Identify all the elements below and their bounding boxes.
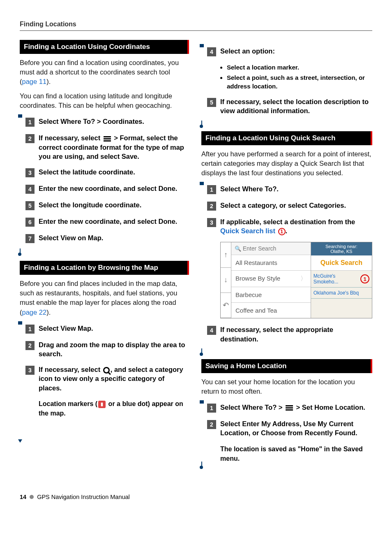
step-3: 3Select the latitude coordinate. (25, 167, 189, 177)
footer-dot-icon (30, 495, 34, 499)
search-input-mock: Enter Search (231, 242, 311, 255)
quick-search-item: Oklahoma Joe's Bbq (311, 288, 372, 299)
step-2: 2If necessary, select > Format, select t… (25, 133, 189, 161)
divider (20, 30, 372, 31)
up-arrow-icon: ↑ (221, 242, 231, 267)
step-4: 4Select an option: (207, 46, 372, 56)
step-6: 6Enter the new coordinate, and select Do… (25, 217, 189, 227)
list-item: Coffee and Tea (231, 303, 311, 318)
paragraph: You can find a location using latitude a… (20, 91, 189, 110)
screenshot-quick-search: ↑ ↓ ↶ Enter Search All Restaurants Brows… (220, 242, 372, 318)
page-footer: 14 GPS Navigation Instruction Manual (20, 494, 372, 500)
section-heading-browse-map: Finding a Location by Browsing the Map (20, 261, 189, 275)
step-2: 2Select a category, or select Categories… (207, 201, 372, 211)
step-7: 7Select View on Map. (25, 233, 189, 243)
bullet: Select a location marker. (227, 63, 372, 72)
callout-1-ring: 1 (360, 274, 369, 283)
step-3: 3If applicable, select a destination fro… (207, 217, 372, 236)
search-icon (103, 367, 110, 374)
section-heading-save-home: Saving a Home Location (201, 359, 372, 373)
section-heading-coordinates: Finding a Location Using Coordinates (20, 40, 189, 54)
step-2: 2Drag and zoom the map to display the ar… (25, 340, 189, 359)
link-page11[interactable]: page 11 (22, 78, 47, 85)
step-4: 4If necessary, select the appropriate de… (207, 325, 372, 343)
flow-continue-icon (18, 439, 22, 443)
step-1: 1Select Where To? > > Set Home Location. (207, 403, 372, 413)
step-5: 5Select the longitude coordinate. (25, 200, 189, 210)
callout-1-icon: 1 (278, 228, 286, 235)
section-heading-quick-search: Finding a Location Using Quick Search (201, 131, 372, 145)
list-item: All Restaurants (231, 255, 311, 271)
quick-search-item: McGuire's Smokeho...1 (311, 271, 372, 288)
list-item: Browse By Style〉 (231, 271, 311, 287)
down-arrow-icon: ↓ (221, 268, 231, 293)
quick-search-label: Quick Search (311, 255, 372, 271)
step-4: 4Enter the new coordinate, and select Do… (25, 184, 189, 194)
step-note: The location is saved as "Home" in the S… (220, 444, 372, 463)
paragraph: You can set your home location for the l… (201, 377, 372, 396)
step-3: 3If necessary, select , and select a cat… (25, 365, 189, 392)
manual-title: GPS Navigation Instruction Manual (37, 494, 130, 500)
pin-icon: ▮ (98, 401, 106, 408)
menu-icon (286, 404, 293, 411)
step-1: 1Select View Map. (25, 324, 189, 334)
searching-near-label: Searching near:Olathe, KS (311, 242, 372, 255)
menu-icon (104, 135, 111, 142)
breadcrumb: Finding Locations (20, 21, 372, 28)
paragraph: Before you can find places included in t… (20, 279, 189, 317)
paragraph: Before you can find a location using coo… (20, 58, 189, 86)
bullet: Select a point, such as a street, inters… (227, 73, 372, 91)
paragraph: After you have performed a search for a … (201, 149, 372, 178)
page-number: 14 (20, 494, 26, 500)
undo-icon: ↶ (221, 293, 231, 318)
chevron-right-icon: 〉 (300, 275, 307, 283)
list-item: Barbecue (231, 287, 311, 303)
step-1: 1Select Where To? > Coordinates. (25, 117, 189, 127)
link-page22[interactable]: page 22 (22, 309, 47, 316)
step-2: 2Select Enter My Address, Use My Current… (207, 419, 372, 438)
step-5: 5If necessary, select the location descr… (207, 97, 372, 116)
step-note: Location markers (▮ or a blue dot) appea… (39, 399, 189, 418)
step-1: 1Select Where To?. (207, 184, 372, 194)
